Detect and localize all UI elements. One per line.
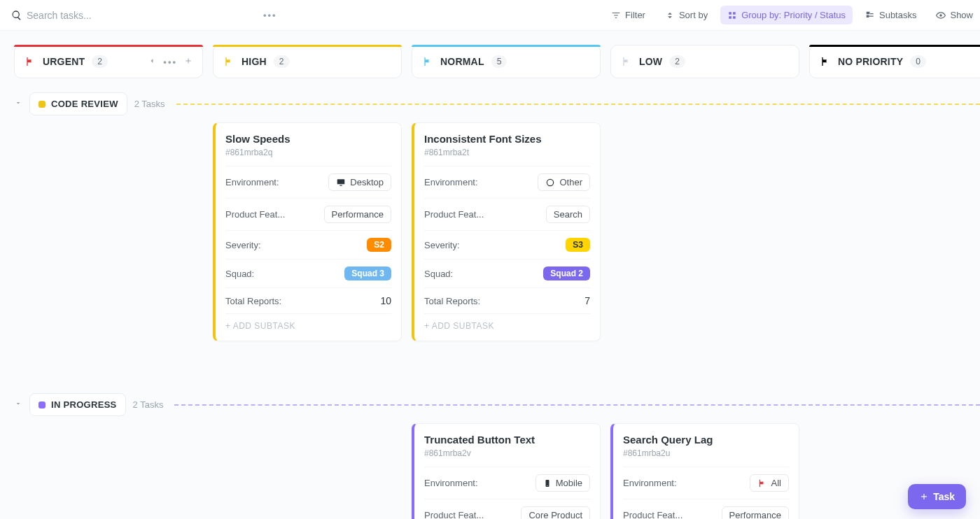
search-wrap[interactable] — [11, 10, 153, 21]
topbar-right: Filter Sort by Group by: Priority / Stat… — [604, 6, 980, 24]
column-slot: Search Query Lag #861mrba2u Environment:… — [610, 423, 799, 519]
chevron-down-icon[interactable] — [14, 99, 22, 109]
column-header-no priority[interactable]: NO PRIORITY 0 — [809, 45, 980, 78]
group-icon — [727, 10, 737, 20]
environment-tag[interactable]: Desktop — [328, 173, 391, 191]
column-title: URGENT — [43, 56, 85, 67]
svg-rect-2 — [340, 185, 343, 185]
subtasks-button[interactable]: Subtasks — [858, 6, 923, 24]
subtasks-label: Subtasks — [879, 10, 916, 20]
field-label: Product Feat... — [424, 510, 484, 519]
column-count: 2 — [274, 55, 290, 68]
chevron-down-icon[interactable] — [14, 399, 22, 410]
group-label: Group by: Priority / Status — [741, 10, 846, 20]
product-feature-tag[interactable]: Core Product — [521, 506, 590, 519]
empty-column-slot — [14, 423, 203, 424]
task-card[interactable]: Inconsistent Font Sizes #861mrba2t Envir… — [412, 122, 601, 341]
status-chip[interactable]: IN PROGRESS — [29, 393, 126, 416]
sort-icon — [665, 10, 675, 20]
column-count: 2 — [669, 55, 685, 68]
card-id: #861mrba2v — [424, 448, 590, 458]
card-field-product-feature: Product Feat... Core Product — [424, 499, 590, 519]
task-card[interactable]: Search Query Lag #861mrba2u Environment:… — [610, 423, 799, 519]
environment-tag[interactable]: Other — [538, 173, 590, 191]
product-feature-tag[interactable]: Performance — [324, 206, 391, 223]
group-divider — [174, 404, 980, 406]
group-header: CODE REVIEW 2 Tasks — [14, 92, 980, 122]
topbar: ••• Filter Sort by Group by: Priority / … — [0, 0, 980, 31]
column-count: 5 — [491, 55, 507, 68]
filter-button[interactable]: Filter — [604, 6, 652, 24]
collapse-column-icon[interactable] — [148, 57, 156, 67]
status-chip[interactable]: CODE REVIEW — [29, 92, 127, 115]
column-header-urgent[interactable]: URGENT 2 ••• — [14, 45, 203, 78]
empty-column-slot — [610, 122, 799, 123]
column-header-normal[interactable]: NORMAL 5 — [412, 45, 601, 78]
card-title: Search Query Lag — [623, 434, 789, 446]
card-id: #861mrba2u — [623, 448, 789, 458]
sort-label: Sort by — [679, 10, 708, 20]
search-input[interactable] — [27, 10, 153, 21]
column-more-icon[interactable]: ••• — [163, 57, 177, 67]
column-title: HIGH — [241, 56, 267, 67]
severity-pill[interactable]: S2 — [367, 238, 391, 252]
environment-tag[interactable]: Mobile — [536, 474, 590, 492]
group-count: 2 Tasks — [133, 399, 164, 410]
svg-rect-1 — [337, 179, 345, 184]
search-icon — [11, 10, 22, 21]
environment-icon — [336, 178, 346, 187]
field-label: Severity: — [424, 240, 460, 250]
task-card[interactable]: Truncated Button Text #861mrba2v Environ… — [412, 423, 601, 519]
add-task-icon[interactable] — [184, 57, 192, 67]
filter-label: Filter — [625, 10, 645, 20]
more-menu-button[interactable]: ••• — [263, 10, 277, 20]
environment-icon — [757, 478, 767, 488]
card-field-squad: Squad: Squad 3 — [225, 259, 391, 287]
flag-icon — [621, 56, 632, 67]
card-id: #861mrba2q — [225, 148, 391, 157]
squad-pill[interactable]: Squad 3 — [344, 266, 391, 280]
card-field-environment: Environment: Other — [424, 166, 590, 198]
environment-icon — [545, 178, 555, 187]
product-feature-tag[interactable]: Search — [546, 206, 590, 223]
add-subtask-button[interactable]: + ADD SUBTASK — [225, 313, 391, 336]
product-feature-tag[interactable]: Performance — [722, 506, 789, 519]
status-dot — [38, 401, 46, 408]
card-title: Truncated Button Text — [424, 434, 590, 446]
status-name: CODE REVIEW — [51, 99, 118, 109]
column-header-low[interactable]: LOW 2 — [610, 45, 799, 78]
column-count: 2 — [92, 55, 108, 68]
flag-icon — [223, 56, 234, 67]
field-label: Squad: — [424, 269, 453, 279]
sort-button[interactable]: Sort by — [658, 6, 715, 24]
severity-pill[interactable]: S3 — [566, 238, 590, 252]
field-label: Product Feat... — [623, 510, 682, 519]
column-actions: ••• — [148, 57, 192, 67]
cards-row: Truncated Button Text #861mrba2v Environ… — [14, 423, 980, 519]
field-label: Squad: — [225, 269, 254, 279]
group-button[interactable]: Group by: Priority / Status — [720, 6, 853, 24]
group-header: IN PROGRESS 2 Tasks — [14, 393, 980, 423]
column-stripe — [14, 45, 203, 47]
topbar-left: ••• — [11, 10, 277, 21]
column-header-high[interactable]: HIGH 2 — [213, 45, 402, 78]
card-field-severity: Severity: S2 — [225, 230, 391, 259]
subtasks-icon — [865, 10, 875, 20]
flag-icon — [24, 56, 36, 67]
field-label: Environment: — [225, 177, 279, 187]
empty-column-slot — [213, 423, 402, 424]
cards-row: Slow Speeds #861mrba2q Environment: Desk… — [14, 122, 980, 351]
add-subtask-button[interactable]: + ADD SUBTASK — [424, 313, 590, 336]
plus-icon — [919, 492, 929, 502]
column-slot: Truncated Button Text #861mrba2v Environ… — [412, 423, 601, 519]
environment-tag[interactable]: All — [750, 474, 789, 492]
column-title: LOW — [639, 56, 662, 67]
show-button[interactable]: Show — [929, 6, 980, 24]
new-task-fab[interactable]: Task — [908, 484, 966, 509]
filter-icon — [611, 10, 621, 20]
task-card[interactable]: Slow Speeds #861mrba2q Environment: Desk… — [213, 122, 402, 341]
squad-pill[interactable]: Squad 2 — [543, 266, 590, 280]
card-field-product-feature: Product Feat... Search — [424, 198, 590, 230]
field-label: Environment: — [623, 478, 677, 488]
flag-icon — [820, 56, 831, 67]
